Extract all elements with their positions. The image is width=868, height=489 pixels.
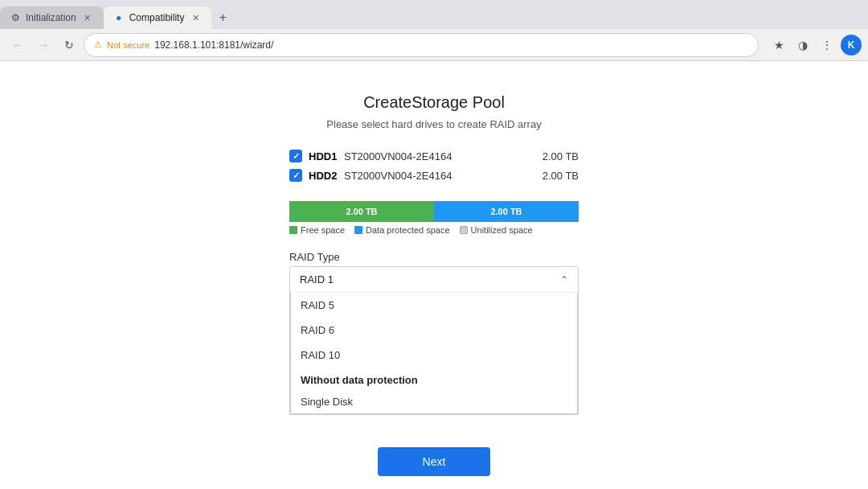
storage-bar-container: 2.00 TB 2.00 TB Free space Data protecte… [289, 201, 579, 235]
raid-options-scrollable[interactable]: RAID 5 RAID 6 RAID 10 Without data prote… [291, 293, 577, 413]
legend-label-protected: Data protected space [366, 225, 450, 235]
raid-option-single-disk[interactable]: Single Disk [291, 389, 577, 413]
drive-item-hdd2: HDD2 ST2000VN004-2E4164 2.00 TB [289, 169, 579, 182]
security-icon: ⚠ [94, 39, 102, 50]
bar-free-space: 2.00 TB [289, 201, 434, 222]
raid-category-no-protection: Without data protection [291, 368, 577, 389]
security-label: Not secure [107, 40, 149, 50]
tab-initialization[interactable]: ⚙ Initialization ✕ [0, 6, 104, 29]
tab-bar: ⚙ Initialization ✕ ● Compatibility ✕ + [0, 0, 868, 29]
drive-list: HDD1 ST2000VN004-2E4164 2.00 TB HDD2 ST2… [289, 150, 579, 188]
hdd1-label: HDD1 [309, 150, 338, 162]
legend-unitilized: Unitilized space [460, 225, 533, 235]
raid-section: RAID Type RAID 1 ⌃ RAID 5 RAID 6 RAID 10… [289, 251, 579, 415]
reload-button[interactable]: ↻ [58, 34, 80, 56]
menu-btn[interactable]: ⋮ [817, 35, 837, 55]
tab-icon-init: ⚙ [10, 12, 21, 23]
legend-free-space: Free space [289, 225, 345, 235]
address-bar[interactable]: ⚠ Not secure 192.168.1.101:8181/wizard/ [84, 33, 759, 57]
browser-controls: ← → ↻ ⚠ Not secure 192.168.1.101:8181/wi… [0, 29, 868, 61]
tab-label-comp: Compatibility [129, 12, 185, 23]
legend-dot-gray [460, 226, 468, 234]
bookmark-btn[interactable]: ★ [768, 35, 789, 55]
hdd1-model: ST2000VN004-2E4164 [344, 150, 532, 162]
legend-dot-blue [354, 226, 362, 234]
raid-options-list: RAID 5 RAID 6 RAID 10 Without data prote… [290, 293, 578, 414]
tab-label-init: Initialization [26, 12, 76, 23]
wizard-subtitle: Please select hard drives to create RAID… [326, 118, 541, 130]
legend-label-unitilized: Unitilized space [471, 225, 533, 235]
profile-button[interactable]: K [841, 35, 862, 55]
page-content: CreateStorage Pool Please select hard dr… [0, 61, 868, 489]
extensions-btn[interactable]: ◑ [792, 35, 813, 55]
bar-data-protected: 2.00 TB [434, 201, 579, 222]
forward-button[interactable]: → [32, 34, 55, 56]
drive-item-hdd1: HDD1 ST2000VN004-2E4164 2.00 TB [289, 150, 579, 162]
new-tab-button[interactable]: + [211, 6, 234, 29]
next-button[interactable]: Next [378, 447, 490, 476]
raid-option-raid6[interactable]: RAID 6 [291, 318, 577, 343]
storage-legend: Free space Data protected space Unitiliz… [289, 225, 579, 235]
raid-dropdown[interactable]: RAID 1 ⌃ RAID 5 RAID 6 RAID 10 Without d… [289, 266, 579, 415]
legend-label-free: Free space [301, 225, 345, 235]
raid-type-label: RAID Type [289, 251, 579, 263]
address-text: 192.168.1.101:8181/wizard/ [154, 39, 748, 51]
tab-compatibility[interactable]: ● Compatibility ✕ [104, 6, 212, 29]
hdd2-checkbox[interactable] [289, 169, 302, 182]
raid-selected-text: RAID 1 [300, 273, 334, 286]
back-button[interactable]: ← [6, 34, 29, 56]
wizard-title: CreateStorage Pool [363, 93, 505, 112]
browser-actions: ★ ◑ ⋮ K [768, 35, 862, 55]
tab-close-init[interactable]: ✕ [81, 11, 94, 24]
legend-data-protected: Data protected space [354, 225, 450, 235]
storage-bar: 2.00 TB 2.00 TB [289, 201, 579, 222]
legend-dot-green [289, 226, 297, 234]
hdd1-size: 2.00 TB [538, 150, 579, 162]
raid-selected[interactable]: RAID 1 ⌃ [290, 267, 578, 293]
browser-chrome: ⚙ Initialization ✕ ● Compatibility ✕ + ←… [0, 0, 868, 61]
tab-close-comp[interactable]: ✕ [189, 11, 202, 24]
hdd2-model: ST2000VN004-2E4164 [344, 170, 532, 182]
hdd1-checkbox[interactable] [289, 150, 302, 162]
hdd2-size: 2.00 TB [538, 170, 579, 182]
raid-option-raid10[interactable]: RAID 10 [291, 343, 577, 368]
tab-icon-comp: ● [113, 12, 125, 23]
raid-option-raid5[interactable]: RAID 5 [291, 293, 577, 318]
hdd2-label: HDD2 [309, 170, 338, 182]
chevron-up-icon: ⌃ [560, 274, 568, 286]
next-button-container: Next [378, 447, 490, 476]
